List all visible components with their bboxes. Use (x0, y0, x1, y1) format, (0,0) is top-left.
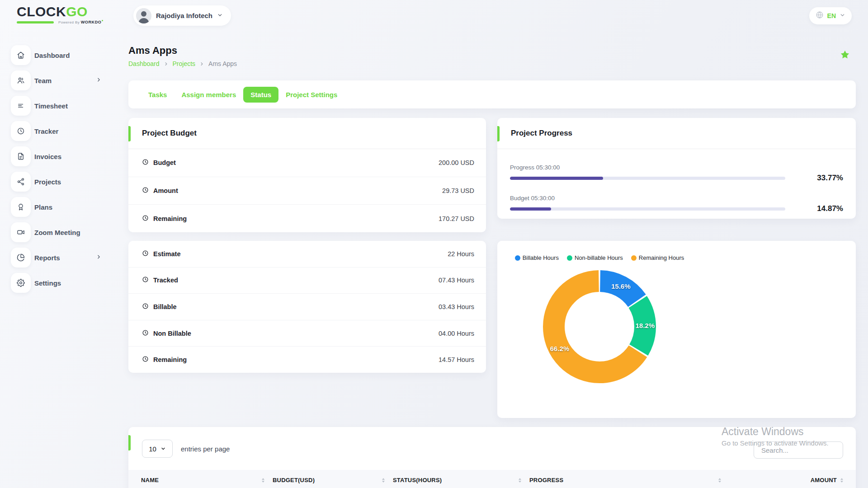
breadcrumb-item-dashboard[interactable]: Dashboard (128, 60, 160, 67)
sidebar-item-label: Projects (34, 178, 61, 186)
app-root: CLOCKGO Powered By WORKDO Rajodiya Infot… (0, 0, 868, 488)
table-column-budget-usd-[interactable]: BUDGET(USD) (273, 477, 393, 483)
progress-bar-row: Budget 05:30:00 14.87% (510, 195, 843, 213)
powered-by-label: Powered By WORKDO (58, 20, 103, 24)
legend-dot-icon (567, 255, 572, 261)
legend-item-remaining-hours[interactable]: Remaining Hours (631, 254, 684, 261)
sidebar-item-tracker[interactable]: Tracker (0, 118, 115, 144)
hours-chart-card: Billable Hours Non-billable Hours Remain… (497, 241, 856, 418)
clock-icon (142, 187, 149, 195)
breadcrumb-item-projects[interactable]: Projects (173, 60, 196, 67)
chart-legend: Billable Hours Non-billable Hours Remain… (515, 254, 684, 261)
legend-dot-icon (631, 255, 637, 261)
clock-icon (142, 215, 149, 223)
legend-item-non-billable-hours[interactable]: Non-billable Hours (567, 254, 623, 261)
tab-status[interactable]: Status (243, 87, 278, 103)
page-size-select[interactable]: 10 (142, 440, 173, 458)
table-column-amount[interactable]: AMOUNT (729, 477, 843, 483)
video-icon (11, 222, 31, 242)
sidebar-item-label: Settings (34, 279, 61, 287)
sidebar-item-label: Team (34, 77, 52, 84)
legend-item-billable-hours[interactable]: Billable Hours (515, 254, 559, 261)
projects-table-card: 10 entries per page NAME BUDGET(USD) STA… (128, 427, 856, 488)
row-label: Amount (153, 187, 178, 194)
sidebar-item-label: Tracker (34, 127, 58, 135)
gear-icon (11, 273, 31, 293)
table-header-row: NAME BUDGET(USD) STATUS(HOURS) PROGRESS … (128, 470, 856, 488)
sidebar-item-label: Invoices (34, 153, 61, 160)
table-column-name[interactable]: NAME (141, 477, 273, 483)
progress-bar-label: Progress 05:30:00 (510, 164, 843, 171)
row-value: 14.57 Hours (439, 356, 474, 363)
clockgo-logo[interactable]: CLOCKGO Powered By WORKDO (17, 5, 103, 24)
sidebar-item-settings[interactable]: Settings (0, 270, 115, 296)
logo-text: CLOCKGO (17, 5, 103, 19)
table-column-progress[interactable]: PROGRESS (529, 477, 729, 483)
row-label: Non Billable (153, 330, 191, 337)
sidebar-item-label: Dashboard (34, 52, 70, 59)
row-value: 03.43 Hours (439, 303, 474, 310)
tab-tasks[interactable]: Tasks (141, 87, 174, 103)
column-label: AMOUNT (811, 477, 837, 483)
sidebar-item-zoom-meeting[interactable]: Zoom Meeting (0, 220, 115, 245)
legend-label: Billable Hours (523, 254, 559, 261)
list-lines-icon (11, 96, 31, 116)
chevron-right-icon (199, 61, 204, 66)
data-row: Remaining 170.27 USD (128, 204, 486, 232)
workspace-switcher[interactable]: Rajodiya Infotech (133, 5, 231, 26)
row-label: Budget (153, 159, 176, 166)
donut-slice-label: 18.2% (636, 322, 655, 329)
sort-icon (840, 478, 843, 483)
clock-icon (142, 356, 149, 364)
language-selector[interactable]: EN (809, 7, 852, 24)
tab-assign-members[interactable]: Assign members (174, 87, 243, 103)
data-row: Amount 29.73 USD (128, 177, 486, 205)
globe-icon (816, 11, 824, 21)
table-controls: 10 entries per page (128, 427, 856, 470)
row-value: 200.00 USD (439, 159, 474, 166)
progress-bar-fill (510, 177, 603, 180)
sidebar-item-reports[interactable]: Reports (0, 245, 115, 270)
page-title: Ams Apps (128, 45, 237, 56)
sidebar-item-projects[interactable]: Projects (0, 169, 115, 194)
table-column-status-hours-[interactable]: STATUS(HOURS) (393, 477, 529, 483)
clock-icon (142, 250, 149, 258)
progress-bar-track (510, 207, 785, 211)
accent-bar (128, 126, 131, 141)
hours-rows: Estimate 22 Hours Tracked 07.43 Hours Bi… (128, 241, 486, 373)
clock-icon (142, 303, 149, 311)
progress-bar-percent: 33.77% (785, 174, 843, 183)
progress-bar-label: Budget 05:30:00 (510, 195, 843, 202)
favorite-star-icon[interactable] (840, 50, 850, 61)
breadcrumb-item-ams-apps: Ams Apps (208, 60, 237, 67)
sidebar-item-label: Reports (34, 254, 60, 262)
sidebar-item-team[interactable]: Team (0, 68, 115, 93)
sidebar: Dashboard Team Timesheet Tracker Invoice… (0, 42, 115, 296)
sidebar-item-label: Timesheet (34, 102, 68, 110)
language-label: EN (827, 12, 836, 19)
progress-bar-fill (510, 207, 551, 211)
row-value: 22 Hours (448, 250, 474, 258)
sidebar-item-dashboard[interactable]: Dashboard (0, 42, 115, 68)
file-icon (11, 146, 31, 166)
chevron-right-icon (96, 253, 102, 262)
sidebar-item-invoices[interactable]: Invoices (0, 144, 115, 169)
sidebar-item-plans[interactable]: Plans (0, 194, 115, 220)
card-header: Project Budget (128, 118, 486, 149)
company-name: Rajodiya Infotech (156, 12, 212, 19)
column-label: PROGRESS (529, 477, 563, 483)
data-row: Remaining 14.57 Hours (128, 346, 486, 373)
page-size-value: 10 (149, 445, 156, 453)
search-input[interactable] (754, 441, 843, 459)
project-budget-card: Project Budget Budget 200.00 USD Amount … (128, 118, 486, 232)
donut-slice-label: 66.2% (550, 345, 570, 352)
data-row: Non Billable 04.00 Hours (128, 320, 486, 347)
card-header: Project Progress (497, 118, 856, 149)
column-label: NAME (141, 477, 159, 483)
sidebar-item-timesheet[interactable]: Timesheet (0, 93, 115, 118)
legend-label: Non-billable Hours (575, 254, 623, 261)
data-row: Budget 200.00 USD (128, 149, 486, 177)
pie-chart-icon (11, 248, 31, 267)
progress-bars: Progress 05:30:00 33.77% Budget 05:30:00… (497, 149, 856, 213)
tab-project-settings[interactable]: Project Settings (278, 87, 344, 103)
